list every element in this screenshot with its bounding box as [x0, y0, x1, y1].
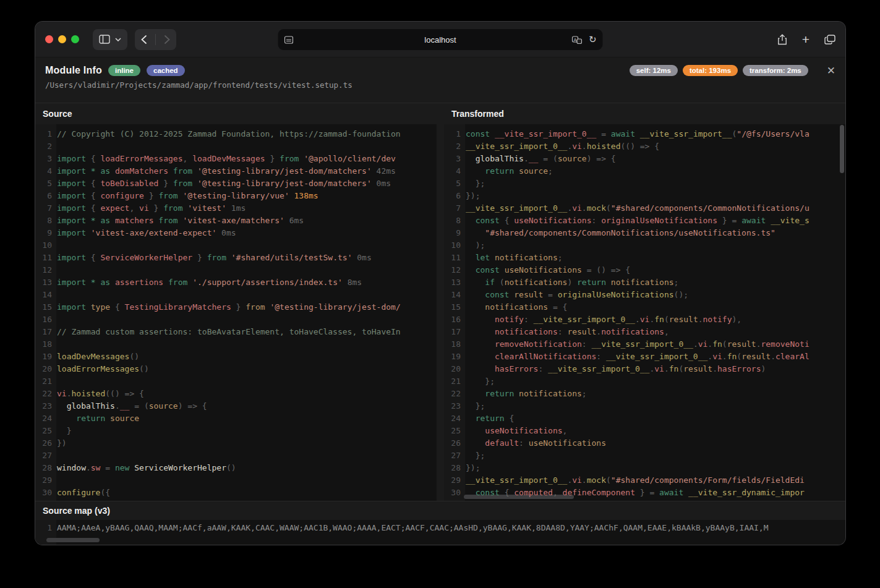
code-line: 18 removeNotification: __vite_ssr_import…: [444, 338, 845, 351]
horizontal-scrollbar[interactable]: [46, 538, 100, 542]
code-line: 28});: [444, 462, 845, 474]
code-line-content: notify: __vite_ssr_import_0__.vi.fn(resu…: [466, 313, 741, 326]
line-number: 9: [35, 227, 52, 239]
code-line: 13import * as assertions from './support…: [35, 276, 437, 289]
line-number: 29: [444, 474, 461, 487]
line-number: 27: [35, 450, 52, 462]
transformed-panel-title: Transformed: [444, 103, 845, 124]
code-line-content: configure({: [57, 487, 110, 499]
line-number: 11: [35, 252, 52, 264]
transformed-code-area[interactable]: 1const __vite_ssr_import_0__ = await __v…: [444, 124, 845, 501]
code-line: 23 };: [444, 400, 845, 412]
code-line: 27: [35, 450, 437, 462]
code-line: 6});: [444, 190, 845, 202]
code-line-content: return source: [57, 412, 139, 425]
code-line: 1// Copyright (C) 2012-2025 Zammad Found…: [35, 128, 437, 140]
line-number: 1: [35, 128, 52, 140]
code-line: 19loadDevMessages(): [35, 351, 437, 363]
source-panel-title: Source: [35, 103, 437, 124]
sourcemap-code-area[interactable]: 1AAMA;AAeA,yBAAG,QAAQ,MAAM;AACf,aAAW,KAA…: [35, 520, 845, 545]
line-number: 7: [35, 202, 52, 215]
source-code-area[interactable]: 1// Copyright (C) 2012-2025 Zammad Found…: [35, 124, 437, 501]
code-line-content: const __vite_ssr_import_0__ = await __vi…: [466, 128, 810, 140]
line-number: 6: [444, 190, 461, 202]
line-number: 10: [35, 239, 52, 252]
code-line: 17// Zammad custom assertions: toBeAvata…: [35, 326, 437, 338]
line-number: 23: [444, 400, 461, 412]
code-line: 22vi.hoisted(() => {: [35, 388, 437, 400]
line-number: 1: [35, 522, 52, 534]
line-number: 30: [35, 487, 52, 499]
line-number: 13: [444, 276, 461, 289]
code-line: 26 default: useNotifications: [444, 437, 845, 450]
code-line-content: let notifications;: [466, 252, 563, 264]
code-line-content: const useNotifications = () => {: [466, 264, 630, 276]
code-line: 15 notifications = {: [444, 301, 845, 313]
code-line: 24 return source: [35, 412, 437, 425]
line-number: 10: [444, 239, 461, 252]
code-line: 12 const useNotifications = () => {: [444, 264, 845, 276]
url-bar[interactable]: localhost A ↻: [278, 29, 603, 50]
line-number: 7: [444, 202, 461, 215]
code-line-content: import { ServiceWorkerHelper } from '#sh…: [57, 252, 372, 264]
line-number: 3: [444, 153, 461, 165]
code-line: 20loadErrorMessages(): [35, 363, 437, 375]
page-format-icon[interactable]: [284, 36, 294, 44]
code-line: 26}): [35, 437, 437, 450]
code-line-content: import * as assertions from './support/a…: [57, 276, 362, 289]
code-line-content: return notifications;: [466, 388, 587, 400]
new-tab-button[interactable]: +: [802, 33, 810, 46]
code-line-content: "#shared/components/CommonNotifications/…: [466, 227, 775, 239]
nav-buttons: [135, 29, 176, 50]
minimize-window-button[interactable]: [58, 35, 66, 43]
translate-icon[interactable]: A: [572, 36, 583, 44]
line-number: 21: [35, 375, 52, 388]
code-line: 7__vite_ssr_import_0__.vi.mock("#shared/…: [444, 202, 845, 215]
reload-button[interactable]: ↻: [589, 34, 597, 45]
line-number: 15: [444, 301, 461, 313]
line-number: 4: [35, 165, 52, 177]
transformed-panel: Transformed 1const __vite_ssr_import_0__…: [444, 103, 845, 501]
back-button[interactable]: [141, 35, 147, 44]
code-line: 6import { configure } from '@testing-lib…: [35, 190, 437, 202]
source-panel: Source 1// Copyright (C) 2012-2025 Zamma…: [35, 103, 437, 501]
line-number: 2: [444, 140, 461, 153]
code-line-content: import 'vitest-axe/extend-expect' 0ms: [57, 227, 236, 239]
code-line: 30configure({: [35, 487, 437, 499]
code-line: 25 }: [35, 425, 437, 437]
forward-button[interactable]: [164, 35, 170, 44]
browser-toolbar: localhost A ↻ +: [35, 22, 845, 58]
code-line: 15import type { TestingLibraryMatchers }…: [35, 301, 437, 313]
close-icon[interactable]: ✕: [827, 66, 835, 76]
cached-badge: cached: [147, 65, 185, 76]
code-line-content: globalThis.__ = (source) => {: [466, 153, 616, 165]
line-number: 29: [35, 474, 52, 487]
code-line: 30 const { computed, defineComponent } =…: [444, 487, 845, 499]
share-button[interactable]: [777, 34, 787, 45]
inline-badge: inline: [108, 65, 140, 76]
code-line-content: hasErrors: __vite_ssr_import_0__.vi.fn(r…: [466, 363, 766, 375]
code-line: 9 "#shared/components/CommonNotification…: [444, 227, 845, 239]
code-line-content: // Copyright (C) 2012-2025 Zammad Founda…: [57, 128, 401, 140]
code-line-content: };: [466, 400, 485, 412]
vertical-scrollbar[interactable]: [840, 125, 844, 173]
module-file-path: /Users/vladimir/Projects/zammad/app/fron…: [45, 80, 835, 90]
code-line: 29__vite_ssr_import_0__.vi.mock("#shared…: [444, 474, 845, 487]
zoom-window-button[interactable]: [71, 35, 79, 43]
line-number: 24: [444, 412, 461, 425]
code-line: 14: [35, 289, 437, 301]
code-line: 18: [35, 338, 437, 351]
close-window-button[interactable]: [45, 35, 53, 43]
line-number: 2: [35, 140, 52, 153]
code-line-content: return {: [466, 412, 514, 425]
code-line-content: }): [57, 437, 67, 450]
code-line-content: window.sw = new ServiceWorkerHelper(): [57, 462, 236, 474]
code-line: 13 if (notifications) return notificatio…: [444, 276, 845, 289]
line-number: 5: [444, 177, 461, 190]
code-line: 8 const { useNotifications: originalUseN…: [444, 215, 845, 227]
tab-overview-button[interactable]: [824, 35, 835, 45]
sidebar-toggle-button[interactable]: [93, 29, 127, 50]
line-number: 22: [444, 388, 461, 400]
code-line-content: vi.hoisted(() => {: [57, 388, 144, 400]
code-line: 5import { toBeDisabled } from '@testing-…: [35, 177, 437, 190]
